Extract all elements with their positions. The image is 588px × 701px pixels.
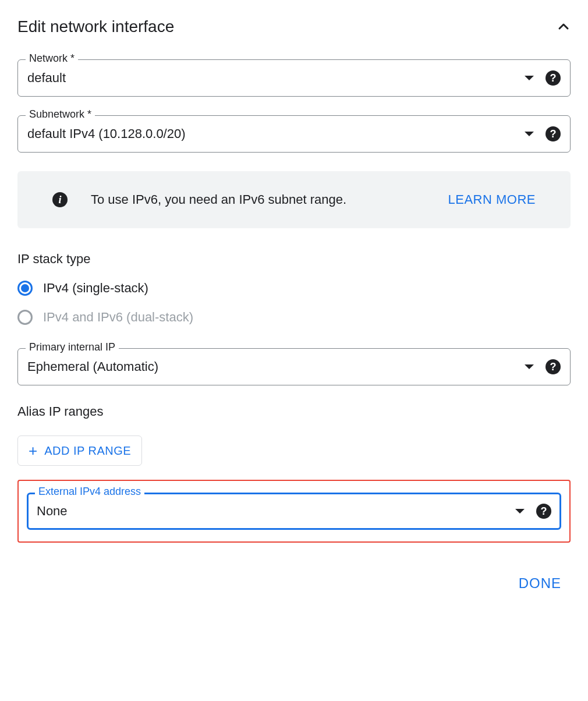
radio-ipv4-single[interactable]: IPv4 (single-stack) xyxy=(17,281,571,296)
network-label: Network * xyxy=(26,52,78,65)
panel-title: Edit network interface xyxy=(17,17,174,36)
radio-label: IPv4 and IPv6 (dual-stack) xyxy=(43,310,193,325)
dropdown-icon xyxy=(515,509,525,514)
done-button[interactable]: DONE xyxy=(509,571,571,596)
external-ipv4-label: External IPv4 address xyxy=(35,486,144,498)
help-icon[interactable]: ? xyxy=(546,70,561,86)
external-ipv4-select[interactable]: None ? xyxy=(27,493,561,530)
plus-icon: + xyxy=(29,443,37,458)
dropdown-icon xyxy=(525,76,534,80)
learn-more-link[interactable]: LEARN MORE xyxy=(448,192,536,207)
add-ip-range-label: ADD IP RANGE xyxy=(44,444,131,458)
network-select[interactable]: default ? xyxy=(17,59,571,97)
ipv6-info-text: To use IPv6, you need an IPv6 subnet ran… xyxy=(91,192,434,207)
radio-icon xyxy=(17,310,33,325)
radio-ipv4-ipv6-dual: IPv4 and IPv6 (dual-stack) xyxy=(17,310,571,325)
ip-stack-radio-group: IPv4 (single-stack) IPv4 and IPv6 (dual-… xyxy=(17,281,571,325)
radio-label: IPv4 (single-stack) xyxy=(43,281,148,296)
collapse-icon[interactable] xyxy=(557,20,571,34)
alias-ip-label: Alias IP ranges xyxy=(17,404,571,419)
subnetwork-label: Subnetwork * xyxy=(26,108,95,121)
external-ipv4-value: None xyxy=(37,504,515,519)
help-icon[interactable]: ? xyxy=(546,359,561,374)
external-ipv4-highlight: External IPv4 address None ? xyxy=(17,480,571,543)
dropdown-icon xyxy=(525,364,534,369)
add-ip-range-button[interactable]: + ADD IP RANGE xyxy=(17,436,142,466)
help-icon[interactable]: ? xyxy=(546,126,561,141)
radio-icon xyxy=(17,281,33,296)
primary-internal-ip-label: Primary internal IP xyxy=(26,341,119,353)
dropdown-icon xyxy=(525,132,534,136)
info-icon: i xyxy=(52,192,68,207)
ipv6-info-banner: i To use IPv6, you need an IPv6 subnet r… xyxy=(17,171,571,228)
subnetwork-value: default IPv4 (10.128.0.0/20) xyxy=(27,126,525,141)
help-icon[interactable]: ? xyxy=(536,504,551,519)
ip-stack-label: IP stack type xyxy=(17,252,571,267)
primary-internal-ip-value: Ephemeral (Automatic) xyxy=(27,359,525,374)
network-value: default xyxy=(27,70,525,86)
subnetwork-select[interactable]: default IPv4 (10.128.0.0/20) ? xyxy=(17,115,571,153)
primary-internal-ip-select[interactable]: Ephemeral (Automatic) ? xyxy=(17,348,571,385)
